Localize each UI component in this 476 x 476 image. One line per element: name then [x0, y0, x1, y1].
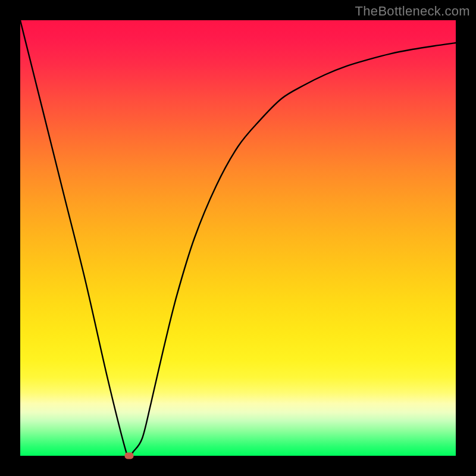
bottleneck-curve	[20, 20, 456, 456]
curve-path	[20, 20, 456, 456]
optimal-marker	[125, 453, 134, 459]
plot-area	[20, 20, 456, 456]
watermark-text: TheBottleneck.com	[355, 4, 470, 19]
chart-frame: TheBottleneck.com	[0, 0, 476, 476]
